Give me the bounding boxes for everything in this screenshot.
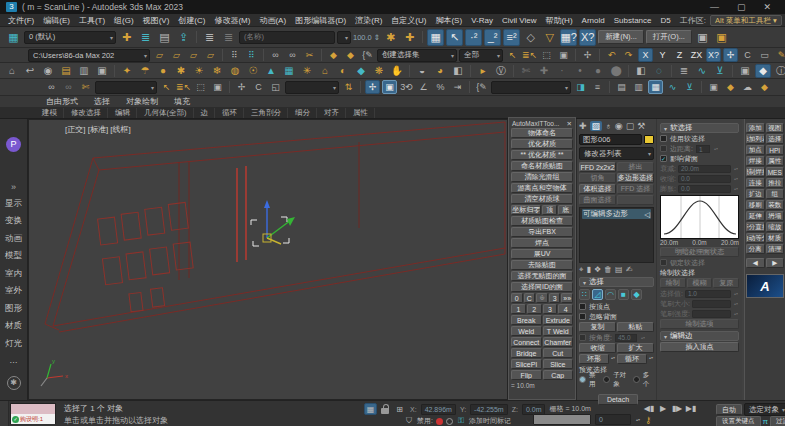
amax-mini-button[interactable]: ⌾ <box>536 293 548 303</box>
strip-item-…[interactable]: … <box>9 355 18 365</box>
amax-num-button[interactable]: 4 <box>558 304 573 314</box>
axis-y-button[interactable]: Y <box>655 48 670 62</box>
align-icon[interactable]: ≡ <box>590 80 605 94</box>
menu-图形编辑器(D)[interactable]: 图形编辑器(D) <box>295 15 346 26</box>
sphere-icon[interactable]: ● <box>155 64 171 78</box>
link-icon[interactable]: ∞ <box>268 48 283 62</box>
spinner-snap-icon[interactable]: ⇥ <box>450 80 465 94</box>
schematic-icon[interactable]: ⊻ <box>712 64 728 78</box>
edge-subobject-icon[interactable]: ◿ <box>592 289 603 300</box>
amax-edit-button[interactable]: Cut <box>543 348 574 358</box>
script-button-推拉[interactable]: 推拉 <box>766 178 785 188</box>
script-button-选择[interactable]: 选择 <box>766 134 785 144</box>
selection-value-field[interactable]: 1.0 <box>685 290 731 298</box>
amax-edit-button[interactable]: Slice <box>543 359 574 369</box>
hand-icon[interactable]: ✳ <box>299 64 315 78</box>
funnel-icon[interactable]: ▽ <box>541 29 558 46</box>
selection-set-combo[interactable]: 创建选择集▾ <box>377 49 457 62</box>
ring-dot-icon[interactable] <box>446 418 453 425</box>
cut-icon[interactable]: ✄ <box>518 64 534 78</box>
edge-distance-field[interactable]: 1 <box>696 145 710 153</box>
pinch-spinner[interactable]: ▴▾ <box>733 175 739 183</box>
axis-z-button[interactable]: Z <box>672 48 687 62</box>
macro-grid-icon[interactable]: ▦ <box>427 29 444 46</box>
script-button-扩边[interactable]: 扩边 <box>746 189 765 199</box>
by-angle-checkbox[interactable] <box>579 334 586 341</box>
redo-icon[interactable]: ↷ <box>621 48 636 62</box>
amax-edit-button[interactable]: Connect <box>511 337 542 347</box>
snap-cube-icon[interactable]: ▣ <box>382 80 397 94</box>
menu-动画(A)[interactable]: 动画(A) <box>259 15 286 26</box>
menu-组(G)[interactable]: 组(G) <box>114 15 134 26</box>
amax-button[interactable]: 顶 <box>542 205 557 215</box>
camera-icon[interactable]: ◉ <box>40 64 56 78</box>
coord-combo[interactable]: ▾ <box>285 81 339 94</box>
script-button-添加[interactable]: 添加 <box>746 123 765 133</box>
amax-button[interactable]: 命名材质贴图 <box>511 161 573 171</box>
insert-vertex-button[interactable]: 插入顶点 <box>660 342 739 352</box>
playback-button[interactable]: ◀▮ <box>643 402 655 414</box>
remove-modifier-icon[interactable]: 🗑 <box>604 265 612 275</box>
kite-icon[interactable]: ◇ <box>522 29 539 46</box>
folder-icon[interactable]: ▱ <box>152 48 167 62</box>
menu-V-Ray[interactable]: V-Ray <box>471 16 493 25</box>
paint-icon[interactable]: ◒ <box>414 64 430 78</box>
axis-help-button[interactable]: X? <box>706 48 721 62</box>
save-plus-icon[interactable]: ▣ <box>713 29 730 46</box>
vray-icon[interactable]: Ⓥ <box>493 64 509 78</box>
ribbon-toggle-icon[interactable]: ▦ <box>648 80 663 94</box>
amax-edit-button[interactable]: Bridge <box>511 348 542 358</box>
stack-eye-icon[interactable]: ◁ <box>644 210 650 219</box>
wheel-icon[interactable]: ✱ <box>173 64 189 78</box>
amax-button[interactable]: 清空材质球 <box>511 194 573 204</box>
home-icon[interactable]: ⌂ <box>4 64 20 78</box>
next-icon[interactable]: ▶ <box>766 258 785 268</box>
macro-icon[interactable]: {✎ <box>474 80 489 94</box>
amax-button[interactable]: 坐标归零 <box>511 205 541 215</box>
scissors-icon[interactable]: ✂ <box>302 48 317 62</box>
script-button-视图[interactable]: 视图 <box>766 123 785 133</box>
scale-mode-icon[interactable]: ▭ <box>757 48 772 62</box>
viewport[interactable]: xy [正交] [标准] [线框] <box>28 119 508 400</box>
strip-item-材质[interactable]: 材质 <box>5 320 22 332</box>
macro-dot-icon[interactable]: ·² <box>465 29 482 46</box>
modify-tab-icon[interactable]: ▨ <box>590 121 603 131</box>
pin-stack-icon[interactable]: ⌖ <box>579 265 584 275</box>
snow-icon[interactable]: ❄ <box>209 64 225 78</box>
record-dot-icon[interactable] <box>436 418 443 425</box>
filter-combo[interactable]: ▾ <box>337 31 351 44</box>
affect-backfacing-checkbox[interactable]: ✓ <box>660 155 667 162</box>
element-subobject-icon[interactable]: ◆ <box>631 289 642 300</box>
paint-button-模糊[interactable]: 模糊 <box>687 278 713 288</box>
ribbon-section[interactable]: 建模 <box>36 108 64 118</box>
expand-chevron-icon[interactable]: » <box>11 182 16 192</box>
display-tab-icon[interactable]: ▢ <box>626 121 635 131</box>
loop-button[interactable]: 循环 <box>617 354 647 364</box>
minimize-button[interactable]: — <box>710 2 719 12</box>
menu-创建(C)[interactable]: 创建(C) <box>178 15 205 26</box>
slate-icon[interactable]: ▥ <box>76 64 92 78</box>
selection-rollout-header[interactable]: 选择 <box>579 277 654 287</box>
amax-button[interactable]: 底 <box>558 205 573 215</box>
frame-spinner[interactable]: ▴▾ <box>635 416 641 424</box>
script-button-属性[interactable]: 属性 <box>766 156 785 166</box>
ring-button[interactable]: 环形 <box>579 354 609 364</box>
prev-icon[interactable]: ◀ <box>746 258 765 268</box>
ribbon-section[interactable]: 循环 <box>216 108 244 118</box>
menu-帮助(H)[interactable]: 帮助(H) <box>545 15 572 26</box>
script-button-HPI[interactable]: HPI <box>766 145 785 155</box>
ribbon-section[interactable]: 编辑 <box>109 108 137 118</box>
automax-close-icon[interactable]: ✕ <box>567 120 572 128</box>
render-icon[interactable]: ◆ <box>755 64 771 78</box>
strip-item-动画[interactable]: 动画 <box>5 233 22 245</box>
snap-move-icon[interactable]: ✢ <box>365 80 380 94</box>
menu-编辑(E)[interactable]: 编辑(E) <box>43 15 70 26</box>
dot3-icon[interactable]: ● <box>590 64 606 78</box>
paint-button-复原[interactable]: 复原 <box>713 278 739 288</box>
utilities-tab-icon[interactable]: ⚒ <box>637 121 645 131</box>
dots-teal-icon[interactable]: ⠿ <box>244 48 259 62</box>
strip-gear-icon[interactable]: ✱ <box>7 376 21 390</box>
amax-button[interactable]: 导出FBX <box>511 227 573 237</box>
default-combo[interactable]: 0 (默认)▾ <box>24 31 116 44</box>
listener-macro-row[interactable] <box>11 404 55 414</box>
